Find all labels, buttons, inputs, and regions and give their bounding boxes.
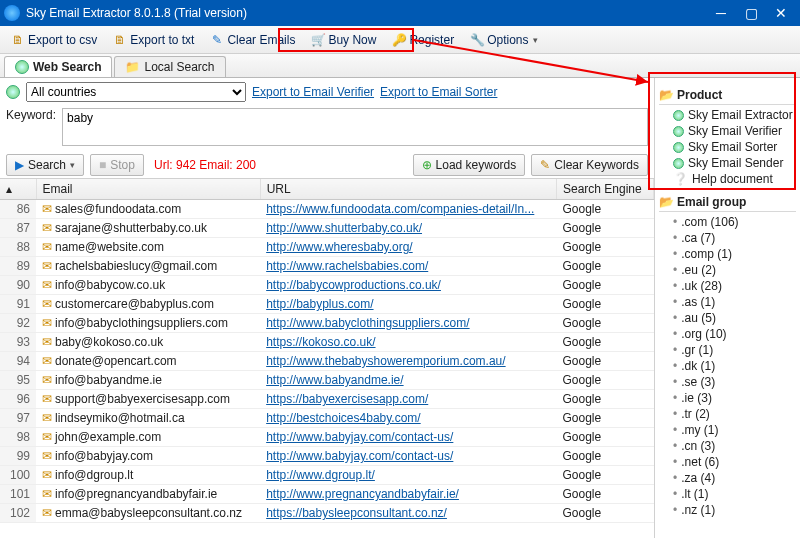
email-group-item[interactable]: •.my (1)	[673, 422, 796, 438]
export-csv-button[interactable]: 🗎Export to csv	[4, 30, 104, 50]
table-row[interactable]: 95 ✉info@babyandme.ie http://www.babyand…	[0, 371, 654, 390]
table-row[interactable]: 96 ✉support@babyexercisesapp.com https:/…	[0, 390, 654, 409]
maximize-button[interactable]: ▢	[736, 1, 766, 25]
stop-icon: ■	[99, 158, 106, 172]
email-group-item[interactable]: •.ca (7)	[673, 230, 796, 246]
options-button[interactable]: 🔧Options▾	[463, 30, 545, 50]
row-number: 91	[0, 295, 36, 314]
email-group-item[interactable]: •.net (6)	[673, 454, 796, 470]
stop-button[interactable]: ■Stop	[90, 154, 144, 176]
email-group-item[interactable]: •.uk (28)	[673, 278, 796, 294]
cell-engine: Google	[556, 276, 653, 295]
email-group-item[interactable]: •.lt (1)	[673, 486, 796, 502]
table-row[interactable]: 102 ✉emma@babysleepconsultant.co.nz http…	[0, 504, 654, 523]
email-group-item[interactable]: •.com (106)	[673, 214, 796, 230]
cell-url: http://www.shutterbaby.co.uk/	[260, 219, 556, 238]
result-url-link[interactable]: https://www.fundoodata.com/companies-det…	[266, 202, 534, 216]
csv-icon: 🗎	[11, 33, 25, 47]
table-row[interactable]: 93 ✉baby@kokoso.co.uk https://kokoso.co.…	[0, 333, 654, 352]
email-group-item[interactable]: •.au (5)	[673, 310, 796, 326]
product-item[interactable]: Sky Email Sorter	[673, 139, 796, 155]
table-row[interactable]: 89 ✉rachelsbabieslucy@gmail.com http://w…	[0, 257, 654, 276]
result-url-link[interactable]: http://www.shutterbaby.co.uk/	[266, 221, 422, 235]
table-row[interactable]: 98 ✉john@example.com http://www.babyjay.…	[0, 428, 654, 447]
product-header[interactable]: 📂Product	[659, 86, 796, 105]
table-row[interactable]: 99 ✉info@babyjay.com http://www.babyjay.…	[0, 447, 654, 466]
result-url-link[interactable]: http://www.pregnancyandbabyfair.ie/	[266, 487, 459, 501]
table-row[interactable]: 86 ✉sales@fundoodata.com https://www.fun…	[0, 200, 654, 219]
buy-now-button[interactable]: 🛒Buy Now	[304, 30, 383, 50]
result-url-link[interactable]: http://bestchoices4baby.com/	[266, 411, 421, 425]
mail-icon: ✉	[42, 316, 52, 330]
email-group-item[interactable]: •.tr (2)	[673, 406, 796, 422]
email-group-item[interactable]: •.cn (3)	[673, 438, 796, 454]
product-item[interactable]: Sky Email Sender	[673, 155, 796, 171]
search-button[interactable]: ▶Search▾	[6, 154, 84, 176]
table-row[interactable]: 88 ✉name@website.com http://www.wheresba…	[0, 238, 654, 257]
close-button[interactable]: ✕	[766, 1, 796, 25]
main-panel: All countries Export to Email Verifier E…	[0, 78, 655, 538]
dot-icon: •	[673, 247, 677, 261]
side-panel: 📂Product Sky Email ExtractorSky Email Ve…	[655, 78, 800, 538]
result-url-link[interactable]: http://www.babyjay.com/contact-us/	[266, 430, 453, 444]
col-email[interactable]: Email	[36, 179, 260, 200]
url-email-counts: Url: 942 Email: 200	[154, 158, 407, 172]
product-item[interactable]: ❔Help document	[673, 171, 796, 187]
email-group-item[interactable]: •.dk (1)	[673, 358, 796, 374]
table-row[interactable]: 87 ✉sarajane@shutterbaby.co.uk http://ww…	[0, 219, 654, 238]
row-number: 95	[0, 371, 36, 390]
email-group-item[interactable]: •.se (3)	[673, 374, 796, 390]
export-sorter-link[interactable]: Export to Email Sorter	[380, 85, 497, 99]
dot-icon: •	[673, 391, 677, 405]
result-url-link[interactable]: http://www.thebabyshoweremporium.com.au/	[266, 354, 505, 368]
export-verifier-link[interactable]: Export to Email Verifier	[252, 85, 374, 99]
product-item[interactable]: Sky Email Verifier	[673, 123, 796, 139]
email-group-item[interactable]: •.eu (2)	[673, 262, 796, 278]
clear-keywords-label: Clear Keywords	[554, 158, 639, 172]
result-url-link[interactable]: http://www.wheresbaby.org/	[266, 240, 413, 254]
results-grid[interactable]: ▴ Email URL Search Engine 86 ✉sales@fund…	[0, 178, 654, 538]
col-engine[interactable]: Search Engine	[556, 179, 653, 200]
load-keywords-button[interactable]: ⊕Load keywords	[413, 154, 526, 176]
table-row[interactable]: 94 ✉donate@opencart.com http://www.theba…	[0, 352, 654, 371]
result-url-link[interactable]: https://kokoso.co.uk/	[266, 335, 375, 349]
result-url-link[interactable]: http://babycowproductions.co.uk/	[266, 278, 441, 292]
table-row[interactable]: 90 ✉info@babycow.co.uk http://babycowpro…	[0, 276, 654, 295]
email-group-item[interactable]: •.za (4)	[673, 470, 796, 486]
result-url-link[interactable]: http://www.babyclothingsuppliers.com/	[266, 316, 469, 330]
tab-local-search[interactable]: 📁Local Search	[114, 56, 225, 77]
email-group-header[interactable]: 📂Email group	[659, 193, 796, 212]
country-select[interactable]: All countries	[26, 82, 246, 102]
result-url-link[interactable]: http://www.babyandme.ie/	[266, 373, 403, 387]
minimize-button[interactable]: ─	[706, 1, 736, 25]
result-url-link[interactable]: https://babyexercisesapp.com/	[266, 392, 428, 406]
table-row[interactable]: 91 ✉customercare@babyplus.com http://bab…	[0, 295, 654, 314]
table-row[interactable]: 92 ✉info@babyclothingsuppliers.com http:…	[0, 314, 654, 333]
email-group-item[interactable]: •.org (10)	[673, 326, 796, 342]
col-rownum[interactable]: ▴	[0, 179, 36, 200]
tab-web-search[interactable]: Web Search	[4, 56, 112, 77]
email-group-item[interactable]: •.gr (1)	[673, 342, 796, 358]
result-url-link[interactable]: http://www.dgroup.lt/	[266, 468, 375, 482]
clear-keywords-button[interactable]: ✎Clear Keywords	[531, 154, 648, 176]
help-icon: ❔	[673, 172, 688, 186]
export-txt-button[interactable]: 🗎Export to txt	[106, 30, 201, 50]
col-url[interactable]: URL	[260, 179, 556, 200]
dot-icon: •	[673, 263, 677, 277]
email-group-item[interactable]: •.nz (1)	[673, 502, 796, 518]
result-url-link[interactable]: https://babysleepconsultant.co.nz/	[266, 506, 447, 520]
email-group-item[interactable]: •.comp (1)	[673, 246, 796, 262]
table-row[interactable]: 97 ✉lindseymiko@hotmail.ca http://bestch…	[0, 409, 654, 428]
result-url-link[interactable]: http://babyplus.com/	[266, 297, 373, 311]
keyword-input[interactable]	[62, 108, 648, 146]
row-number: 86	[0, 200, 36, 219]
result-url-link[interactable]: http://www.babyjay.com/contact-us/	[266, 449, 453, 463]
product-item[interactable]: Sky Email Extractor	[673, 107, 796, 123]
table-row[interactable]: 100 ✉info@dgroup.lt http://www.dgroup.lt…	[0, 466, 654, 485]
table-row[interactable]: 101 ✉info@pregnancyandbabyfair.ie http:/…	[0, 485, 654, 504]
email-group-item[interactable]: •.as (1)	[673, 294, 796, 310]
clear-emails-button[interactable]: ✎Clear Emails	[203, 30, 302, 50]
email-group-item[interactable]: •.ie (3)	[673, 390, 796, 406]
register-button[interactable]: 🔑Register	[385, 30, 461, 50]
result-url-link[interactable]: http://www.rachelsbabies.com/	[266, 259, 428, 273]
